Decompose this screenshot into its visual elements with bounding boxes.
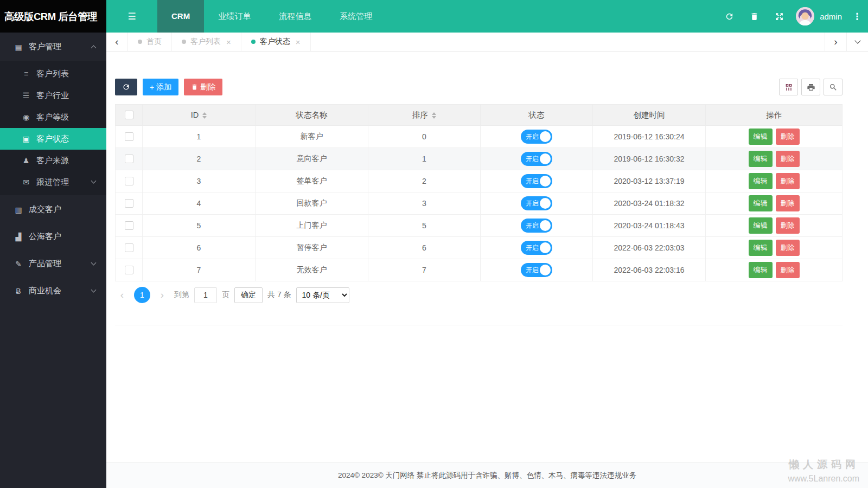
row-created-time: 2020-03-24 01:18:43 (593, 215, 706, 237)
menu-icon[interactable]: ☰ (106, 11, 157, 22)
status-toggle[interactable]: 开启 (521, 174, 552, 188)
prev-page-button[interactable]: ‹ (115, 289, 129, 301)
columns-icon[interactable] (779, 79, 798, 95)
sidebar-item-公海客户[interactable]: ▟公海客户 (0, 223, 106, 250)
tab-客户列表[interactable]: 客户列表× (172, 33, 241, 51)
edit-button[interactable]: 编辑 (749, 151, 773, 167)
tabs-menu-button[interactable] (846, 33, 868, 51)
topnav-item-系统管理[interactable]: 系统管理 (326, 0, 386, 33)
edit-button[interactable]: 编辑 (749, 129, 773, 145)
sidebar-item-label: 客户等级 (36, 112, 69, 123)
sidebar-item-label: 客户状态 (36, 134, 69, 144)
topnav-item-流程信息[interactable]: 流程信息 (265, 0, 326, 33)
col-header-label: 操作 (766, 111, 782, 119)
page-size-select[interactable]: 10 条/页 (296, 287, 349, 303)
select-all-checkbox[interactable] (125, 111, 133, 119)
sort-asc-icon[interactable] (432, 112, 436, 115)
delete-button[interactable]: 删除 (776, 151, 800, 167)
row-actions: 编辑删除 (706, 215, 843, 237)
row-checkbox[interactable] (125, 266, 133, 274)
col-header-状态名称: 状态名称 (256, 105, 368, 126)
sidebar-item-客户行业[interactable]: ☰客户行业 (0, 85, 106, 106)
edit-button[interactable]: 编辑 (749, 173, 773, 189)
row-checkbox[interactable] (125, 221, 133, 230)
status-toggle[interactable]: 开启 (521, 241, 552, 255)
row-order: 0 (368, 126, 481, 148)
sidebar-item-客户状态[interactable]: ▣客户状态 (0, 128, 106, 150)
sidebar-item-商业机会[interactable]: Ƀ商业机会 (0, 278, 106, 304)
kebab-menu-icon[interactable]: ⋮ (846, 11, 868, 22)
print-icon[interactable] (801, 79, 820, 95)
sort-asc-icon[interactable] (202, 112, 207, 115)
refresh-table-button[interactable] (115, 79, 137, 95)
status-toggle[interactable]: 开启 (521, 219, 552, 233)
edit-button[interactable]: 编辑 (749, 240, 773, 256)
status-toggle[interactable]: 开启 (521, 130, 552, 144)
sidebar-item-label: 客户列表 (36, 69, 69, 79)
goto-confirm-button[interactable]: 确定 (234, 287, 263, 303)
delete-button[interactable]: 删除 (776, 129, 800, 145)
tab-close-icon[interactable]: × (226, 37, 231, 47)
sidebar-item-成交客户[interactable]: ▥成交客户 (0, 196, 106, 223)
row-checkbox[interactable] (125, 199, 133, 208)
row-checkbox[interactable] (125, 243, 133, 252)
watermark-url: www.5Lanren.com (788, 472, 859, 485)
table-row: 6暂停客户6开启2022-06-03 22:03:03编辑删除 (116, 237, 843, 259)
sidebar-item-客户等级[interactable]: ◉客户等级 (0, 106, 106, 128)
status-toggle[interactable]: 开启 (521, 263, 552, 277)
row-checkbox[interactable] (125, 155, 133, 163)
user-menu[interactable]: admin (792, 7, 846, 25)
table-row: 5上门客户5开启2020-03-24 01:18:43编辑删除 (116, 215, 843, 237)
delete-button[interactable]: 删除 (776, 217, 800, 234)
topnav-item-CRM[interactable]: CRM (157, 0, 204, 33)
sidebar-item-产品管理[interactable]: ✎产品管理 (0, 251, 106, 277)
edit-button[interactable]: 编辑 (749, 217, 773, 234)
row-created-time: 2020-03-12 13:37:19 (593, 170, 706, 192)
sidebar-item-客户来源[interactable]: ♟客户来源 (0, 150, 106, 171)
fullscreen-icon[interactable] (767, 0, 792, 33)
sort-desc-icon[interactable] (202, 116, 207, 119)
delete-button[interactable]: 删除 (776, 240, 800, 256)
sidebar-item-客户列表[interactable]: ≡客户列表 (0, 63, 106, 85)
top-navbar: ☰ CRM业绩订单流程信息系统管理 admin ⋮ (106, 0, 868, 33)
sidebar-item-跟进管理[interactable]: ✉跟进管理 (0, 171, 106, 193)
col-header-ID[interactable]: ID (143, 105, 256, 126)
next-page-button[interactable]: › (155, 289, 169, 301)
list-icon: ≡ (20, 69, 33, 78)
sort-carets-icon[interactable] (432, 112, 436, 119)
tab-客户状态[interactable]: 客户状态× (241, 33, 311, 51)
col-header-排序[interactable]: 排序 (368, 105, 481, 126)
sort-carets-icon[interactable] (202, 112, 207, 119)
row-created-time: 2022-06-03 22:03:16 (593, 259, 706, 281)
footer: 2024© 2023© 天门网络 禁止将此源码用于含诈骗、赌博、色情、木马、病毒… (106, 462, 868, 488)
status-toggle[interactable]: 开启 (521, 196, 552, 210)
tab-status-dot (251, 40, 256, 44)
edit-button[interactable]: 编辑 (749, 195, 773, 211)
tabs-scroll-left-button[interactable]: ‹ (106, 33, 128, 51)
delete-button[interactable]: 删除 (776, 195, 800, 211)
sort-desc-icon[interactable] (432, 116, 436, 119)
tabs-scroll-right-button[interactable]: › (825, 33, 846, 51)
search-icon[interactable] (824, 79, 843, 95)
table-body: 1新客户0开启2019-06-12 16:30:24编辑删除2意向客户1开启20… (116, 126, 843, 281)
add-button[interactable]: +添加 (143, 79, 178, 95)
batch-delete-button[interactable]: 删除 (184, 79, 222, 95)
submenu: ≡客户列表☰客户行业◉客户等级▣客户状态♟客户来源✉跟进管理 (0, 61, 106, 195)
tab-label: 客户列表 (190, 37, 221, 47)
sidebar-item-label: 成交客户 (29, 204, 61, 215)
tab-首页[interactable]: 首页 (128, 33, 172, 51)
status-toggle[interactable]: 开启 (521, 152, 552, 166)
topnav-item-业绩订单[interactable]: 业绩订单 (204, 0, 265, 33)
row-order: 6 (368, 237, 481, 259)
delete-button[interactable]: 删除 (776, 262, 800, 278)
row-checkbox[interactable] (125, 132, 133, 141)
row-checkbox[interactable] (125, 177, 133, 185)
trash-icon[interactable] (742, 0, 767, 33)
current-page-button[interactable]: 1 (134, 287, 150, 303)
tab-close-icon[interactable]: × (296, 37, 301, 47)
refresh-icon[interactable] (717, 0, 742, 33)
sidebar-item-客户管理[interactable]: ▤客户管理 (0, 34, 106, 60)
delete-button[interactable]: 删除 (776, 173, 800, 189)
edit-button[interactable]: 编辑 (749, 262, 773, 278)
goto-page-input[interactable] (194, 287, 217, 303)
